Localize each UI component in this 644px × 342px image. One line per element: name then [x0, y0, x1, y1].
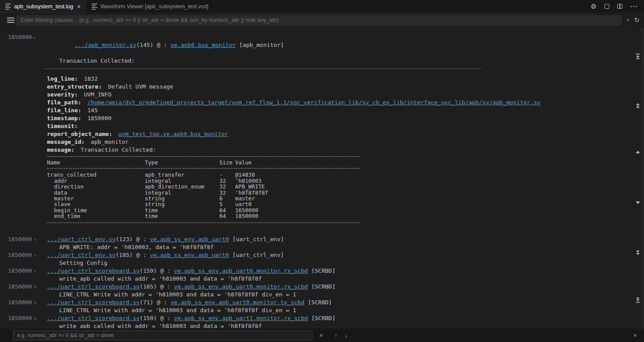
source-file-link[interactable]: .../uart_ctrl_scoreboard.sv: [47, 267, 140, 274]
report-object-link[interactable]: ve.apb_ss_env.apb_uart0.monitor.rx_scbd: [174, 267, 308, 274]
chevron-right-icon[interactable]: ›: [34, 314, 47, 322]
next-match-icon[interactable]: ↓: [344, 332, 347, 339]
prev-item-icon[interactable]: [634, 149, 641, 156]
log-entry: 1850000 › .../uart_ctrl_scoreboard.sv(15…: [8, 267, 644, 283]
cell-size: 64: [219, 213, 235, 219]
chevron-right-icon[interactable]: ›: [34, 251, 47, 259]
entry-details: log_line:1832 entry_structure:Default UV…: [47, 75, 644, 223]
cell-type: time: [145, 213, 219, 219]
source-file-link[interactable]: .../uart_ctrl_env.sv: [47, 236, 116, 242]
cell-type: apb_direction_enum: [145, 184, 219, 189]
tab-bar: apb_subsystem_test.log × Waveform Viewer…: [0, 0, 644, 13]
scrollbar[interactable]: [641, 28, 644, 328]
detail-key: report_object_name:: [47, 131, 112, 137]
search-bar: × ↑ ↓ ×: [0, 328, 644, 342]
source-file-link[interactable]: .../uart_ctrl_scoreboard.sv: [47, 299, 140, 306]
more-actions-icon[interactable]: ···: [630, 3, 638, 10]
cell-type: time: [145, 207, 219, 213]
detail-value: Transaction Collected:: [75, 146, 156, 153]
timestamp: 1850000: [8, 235, 34, 243]
next-group-icon[interactable]: [634, 249, 641, 256]
chevron-down-icon[interactable]: ›: [34, 33, 47, 57]
detail-key: file_path:: [47, 99, 81, 106]
source-file-link[interactable]: .../apb_monitor.sv: [75, 42, 136, 48]
cell-value: 'h810003: [235, 178, 644, 184]
source-file-link[interactable]: .../uart_ctrl_scoreboard.sv: [47, 283, 140, 290]
cell-size: 64: [219, 207, 235, 213]
tab-log-file[interactable]: apb_subsystem_test.log ×: [0, 0, 86, 13]
editor-layout-icon[interactable]: [605, 4, 609, 9]
log-entry: 1850000 › .../uart_ctrl_scoreboard.sv(15…: [8, 314, 644, 328]
source-file-link[interactable]: .../uart_ctrl_scoreboard.sv: [47, 315, 140, 321]
cell-size: -: [219, 172, 235, 178]
timestamp: 1850000: [8, 283, 34, 291]
previous-match-icon[interactable]: ↑: [334, 332, 337, 339]
prev-group-icon[interactable]: [634, 102, 641, 109]
scroll-bottom-icon[interactable]: [634, 296, 641, 303]
timestamp: 1850000: [8, 251, 34, 259]
report-object-link[interactable]: ve.apb_ss_env.apb_uart0.monitor.rx_scbd: [174, 283, 308, 290]
editor-actions: ⚙ ···: [591, 0, 644, 13]
close-search-icon[interactable]: ×: [633, 332, 637, 339]
cell-size: 32: [219, 178, 235, 184]
detail-value: Default UVM message: [102, 83, 173, 90]
cell-name: begin_time: [47, 207, 145, 213]
column-header: Type: [145, 160, 219, 165]
timestamp: 1850000: [8, 267, 34, 275]
detail-value: 1832: [78, 75, 97, 82]
column-header: Name: [47, 160, 145, 165]
source-file-link[interactable]: .../uart_ctrl_env.sv: [47, 252, 116, 258]
report-object-link[interactable]: ve.apb_ss_env.apb_uart0.monitor.tx_scbd: [171, 299, 304, 306]
cell-name: addr: [47, 178, 145, 184]
log-view[interactable]: 1850000 › .../apb_monitor.sv(145) @ : ve…: [0, 28, 644, 328]
detail-key: message_id:: [47, 139, 85, 145]
divider: [44, 68, 481, 69]
menu-icon[interactable]: [4, 16, 12, 24]
transaction-table: Name Type Size Value: [47, 160, 644, 165]
chevron-right-icon[interactable]: ›: [34, 235, 47, 243]
cell-value: 'h8f8f8f8f: [235, 190, 644, 196]
log-message: write_apb called with addr = 'h810003 an…: [8, 275, 644, 283]
waveform-file-icon: [92, 3, 97, 11]
detail-key: file_line:: [47, 107, 81, 114]
report-object-link[interactable]: ve.apb0.bus_monitor: [171, 42, 236, 48]
scroll-top-icon[interactable]: [634, 53, 641, 60]
transaction-table-body: trans_collectedapb_transfer-@14838 addri…: [47, 172, 644, 219]
cell-size: 32: [219, 184, 235, 189]
next-item-icon[interactable]: [634, 199, 641, 206]
log-message: Setting Config: [8, 259, 644, 267]
report-object-link[interactable]: ve.apb_ss_env.apb_uart0: [150, 252, 229, 258]
filter-input[interactable]: [16, 15, 622, 25]
clear-filter-icon[interactable]: ×: [626, 17, 630, 24]
chevron-right-icon[interactable]: ›: [34, 283, 47, 291]
clear-search-icon[interactable]: ×: [319, 332, 323, 339]
dashed-divider: [47, 168, 360, 169]
gear-icon[interactable]: ⚙: [591, 3, 597, 11]
cell-value: 1650000: [235, 207, 644, 213]
log-entry: 1850000 › .../uart_ctrl_scoreboard.sv(16…: [8, 283, 644, 299]
search-input[interactable]: [13, 331, 312, 340]
chevron-right-icon[interactable]: ›: [34, 267, 47, 275]
file-path-link[interactable]: /home/amiq/dvt_predefined_projects_targe…: [81, 99, 540, 106]
detail-value: UVM_INFO: [78, 91, 111, 98]
close-tab-icon[interactable]: ×: [77, 4, 81, 10]
log-entry: 1850000 › .../uart_ctrl_scoreboard.sv(71…: [8, 299, 644, 314]
cell-name: trans_collected: [47, 172, 145, 178]
report-object-link[interactable]: ve.apb_ss_env.apb_uart0: [150, 236, 229, 242]
cell-type: string: [145, 196, 219, 201]
log-message: LINE_CTRL Write with addr = 'h810003 and…: [8, 291, 644, 299]
log-entry-expanded: 1850000 › .../apb_monitor.sv(145) @ : ve…: [8, 33, 644, 223]
report-object-name-link[interactable]: uvm_test_top.ve.apb0.bus_monitor: [112, 131, 228, 137]
log-entry: 1850000 › .../uart_ctrl_env.sv(123) @ : …: [8, 235, 644, 251]
report-object-link[interactable]: ve.apb_ss_env.apb_uart1.monitor.rx_scbd: [174, 315, 308, 321]
detail-key: timestamp:: [47, 115, 81, 121]
tab-waveform-viewer[interactable]: Waveform Viewer [apb_subsystem_test.vcd]: [86, 0, 214, 13]
detail-value: apb_monitor: [85, 139, 129, 145]
cell-size: 5: [219, 201, 235, 207]
log-entry: 1850000 › .../uart_ctrl_env.sv(185) @ : …: [8, 251, 644, 267]
log-message: LINE_CTRL Write with addr = 'h810003 and…: [8, 306, 644, 314]
chevron-right-icon[interactable]: ›: [34, 299, 47, 306]
refresh-icon[interactable]: ↻: [634, 16, 640, 24]
split-editor-icon[interactable]: [617, 4, 623, 9]
cell-type: apb_transfer: [145, 172, 219, 178]
